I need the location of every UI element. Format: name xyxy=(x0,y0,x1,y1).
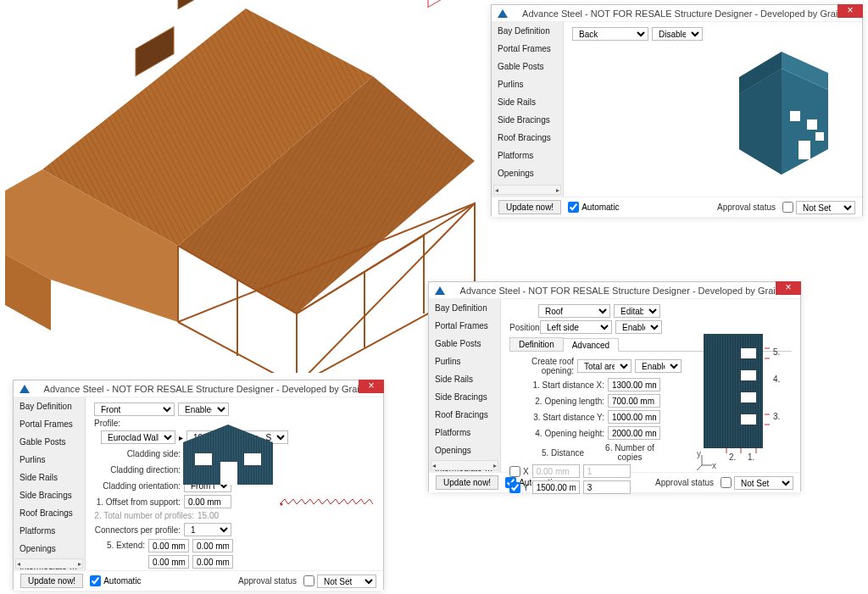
sidebar-item-gable-posts[interactable]: Gable Posts xyxy=(492,58,563,75)
create-opening-state-select[interactable]: Enabled xyxy=(635,359,682,373)
category-sidebar: Bay DefinitionPortal FramesGable PostsPu… xyxy=(492,22,564,197)
axis-x-checkbox[interactable]: X xyxy=(509,466,529,477)
x-distance-input[interactable] xyxy=(532,464,580,478)
sidebar-item-portal-frames[interactable]: Portal Frames xyxy=(429,317,500,335)
height-input[interactable] xyxy=(608,426,660,440)
svg-point-61 xyxy=(281,503,283,506)
svg-rect-8 xyxy=(178,0,216,9)
sidebar-item-openings[interactable]: Openings xyxy=(14,540,85,558)
close-button[interactable]: × xyxy=(837,4,863,18)
tab-advanced[interactable]: Advanced xyxy=(563,338,619,352)
sidebar-item-side-bracings[interactable]: Side Bracings xyxy=(492,111,563,129)
sidebar-item-side-bracings[interactable]: Side Bracings xyxy=(429,388,500,406)
sidebar-item-purlins[interactable]: Purlins xyxy=(492,75,563,93)
offset-label: 1. Offset from support: xyxy=(94,497,181,507)
connectors-select[interactable]: 1 xyxy=(184,523,231,536)
x-copies-input[interactable] xyxy=(583,464,631,478)
sidebar-scrollbar[interactable]: ◂▸ xyxy=(431,460,498,470)
extend-4-input[interactable] xyxy=(192,555,233,569)
sidebar-item-platforms[interactable]: Platforms xyxy=(14,522,85,540)
extend-3-input[interactable] xyxy=(148,555,189,569)
sidebar-item-platforms[interactable]: Platforms xyxy=(429,424,500,441)
window-title: Advance Steel - NOT FOR RESALE Structure… xyxy=(32,384,383,394)
sidebar-item-platforms[interactable]: Platforms xyxy=(492,147,563,164)
close-button[interactable]: × xyxy=(776,281,801,295)
app-logo-icon xyxy=(495,6,510,21)
panel: Front Enabled Profile: Euroclad Wall Cla… xyxy=(86,397,383,570)
svg-rect-28 xyxy=(807,119,817,130)
cladding-orientation-label: Cladding orientation: xyxy=(94,481,181,491)
window-title: Advance Steel - NOT FOR RESALE Structure… xyxy=(448,286,800,296)
close-button[interactable]: × xyxy=(359,380,384,393)
sidebar-item-gable-posts[interactable]: Gable Posts xyxy=(14,433,85,451)
sidebar-item-roof-bracings[interactable]: Roof Bracings xyxy=(492,129,563,147)
svg-text:3.: 3. xyxy=(773,412,780,421)
axis-y-checkbox[interactable]: Y xyxy=(509,482,529,493)
position-side-select[interactable]: Left side xyxy=(540,320,612,334)
automatic-checkbox[interactable]: Automatic xyxy=(568,202,619,213)
sidebar-scrollbar[interactable]: ◂▸ xyxy=(15,558,83,569)
approval-label: Approval status xyxy=(238,576,297,586)
svg-rect-35 xyxy=(741,370,756,380)
profile-wave-preview xyxy=(280,497,373,506)
y-copies-input[interactable] xyxy=(583,480,631,494)
start-x-input[interactable] xyxy=(608,378,660,391)
svg-rect-29 xyxy=(798,141,810,159)
extend-1-input[interactable] xyxy=(148,539,189,552)
svg-text:1.: 1. xyxy=(748,452,754,462)
sidebar-item-side-rails[interactable]: Side Rails xyxy=(14,469,85,486)
svg-rect-22 xyxy=(428,0,475,7)
connectors-label: Connectors per profile: xyxy=(94,525,181,535)
update-now-button[interactable]: Update now! xyxy=(436,475,498,490)
sidebar-item-openings[interactable]: Openings xyxy=(492,164,563,182)
create-opening-select[interactable]: Total area xyxy=(577,359,632,373)
sidebar-item-portal-frames[interactable]: Portal Frames xyxy=(14,415,85,433)
sidebar-item-roof-bracings[interactable]: Roof Bracings xyxy=(14,504,85,522)
state-select[interactable]: Enabled xyxy=(178,402,229,416)
start-x-label: 1. Start distance X: xyxy=(509,380,604,390)
sidebar-item-bay-definition[interactable]: Bay Definition xyxy=(492,22,563,40)
sidebar-item-side-bracings[interactable]: Side Bracings xyxy=(14,486,85,504)
front-elevation-preview xyxy=(180,421,373,508)
svg-rect-59 xyxy=(244,453,261,465)
sidebar-item-purlins[interactable]: Purlins xyxy=(429,353,500,370)
tab-definition[interactable]: Definition xyxy=(509,337,564,351)
sidebar-item-roof-bracings[interactable]: Roof Bracings xyxy=(429,406,500,424)
state-select[interactable]: Editable xyxy=(614,304,660,318)
sidebar-item-side-rails[interactable]: Side Rails xyxy=(429,370,500,388)
approval-status-select[interactable]: Not Set xyxy=(782,201,855,214)
sidebar-item-gable-posts[interactable]: Gable Posts xyxy=(429,335,500,353)
sidebar-item-purlins[interactable]: Purlins xyxy=(14,451,85,469)
side-select[interactable]: Back xyxy=(572,27,648,41)
extend-2-input[interactable] xyxy=(192,539,233,552)
side-select[interactable]: Roof xyxy=(538,304,610,318)
svg-text:5.: 5. xyxy=(773,347,780,357)
svg-text:2.: 2. xyxy=(729,452,736,462)
building-preview xyxy=(726,47,845,176)
category-sidebar: Bay DefinitionPortal FramesGable PostsPu… xyxy=(429,299,501,472)
sidebar-item-bay-definition[interactable]: Bay Definition xyxy=(429,299,500,317)
position-state-select[interactable]: Enabled xyxy=(615,320,662,334)
update-now-button[interactable]: Update now! xyxy=(20,574,83,588)
sidebar-scrollbar[interactable]: ◂▸ xyxy=(493,185,561,195)
category-sidebar: Bay DefinitionPortal FramesGable PostsPu… xyxy=(14,397,86,570)
svg-rect-27 xyxy=(790,111,800,121)
state-select[interactable]: Disabled xyxy=(652,27,703,41)
svg-line-52 xyxy=(697,465,702,470)
side-select[interactable]: Front xyxy=(94,402,175,416)
sidebar-item-portal-frames[interactable]: Portal Frames xyxy=(492,40,563,58)
profile-category-select[interactable]: Euroclad Wall Cladding xyxy=(101,430,175,444)
cladding-direction-label: Cladding direction: xyxy=(94,465,181,475)
start-y-input[interactable] xyxy=(608,410,660,424)
update-now-button[interactable]: Update now! xyxy=(498,200,561,214)
sidebar-item-bay-definition[interactable]: Bay Definition xyxy=(14,397,85,415)
y-distance-input[interactable] xyxy=(532,480,580,494)
length-input[interactable] xyxy=(608,394,660,408)
approval-status-select[interactable]: Not Set xyxy=(303,575,376,588)
automatic-checkbox[interactable]: Automatic xyxy=(90,575,141,586)
sidebar-item-openings[interactable]: Openings xyxy=(429,441,500,459)
svg-text:4.: 4. xyxy=(773,375,780,384)
sidebar-item-side-rails[interactable]: Side Rails xyxy=(492,93,563,111)
window-title: Advance Steel - NOT FOR RESALE Structure… xyxy=(510,8,862,19)
length-label: 2. Opening length: xyxy=(509,397,604,406)
